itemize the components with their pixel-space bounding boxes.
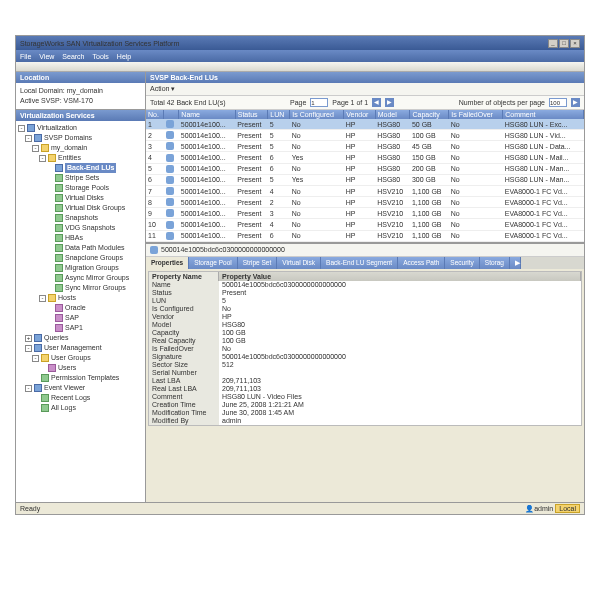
tree-node[interactable]: Virtual Disk Groups bbox=[18, 203, 143, 213]
detail-tab[interactable]: Back-End LU Segment bbox=[321, 257, 398, 269]
tree-node[interactable]: All Logs bbox=[18, 403, 143, 413]
table-row[interactable]: 2500014e100...Present5NoHPHSG80100 GBNoH… bbox=[146, 130, 584, 141]
table-row[interactable]: 5500014e100...Present6NoHPHSG80200 GBNoH… bbox=[146, 163, 584, 174]
page-size-apply[interactable]: ▶ bbox=[571, 98, 580, 107]
tree-node[interactable]: -Hosts bbox=[18, 293, 143, 303]
lun-icon bbox=[166, 209, 174, 217]
menu-view[interactable]: View bbox=[39, 53, 54, 60]
node-icon bbox=[48, 154, 56, 162]
expand-icon[interactable]: + bbox=[25, 335, 32, 342]
tree-node[interactable]: -User Management bbox=[18, 343, 143, 353]
tree-node[interactable]: -SVSP Domains bbox=[18, 133, 143, 143]
tree-node[interactable]: Stripe Sets bbox=[18, 173, 143, 183]
property-row: Signature500014e1005bdc6c030000000000000… bbox=[149, 353, 581, 361]
page-input[interactable] bbox=[310, 98, 328, 107]
lun-icon bbox=[166, 187, 174, 195]
tree-node[interactable]: Snapclone Groups bbox=[18, 253, 143, 263]
menu-search[interactable]: Search bbox=[62, 53, 84, 60]
tree-node[interactable]: Storage Pools bbox=[18, 183, 143, 193]
table-row[interactable]: 8500014e100...Present2NoHPHSV2101,100 GB… bbox=[146, 197, 584, 208]
detail-tab[interactable]: Properties bbox=[146, 257, 189, 269]
menu-help[interactable]: Help bbox=[117, 53, 131, 60]
menu-tools[interactable]: Tools bbox=[93, 53, 109, 60]
minimize-button[interactable]: _ bbox=[548, 39, 558, 48]
detail-tab[interactable]: Access Path bbox=[398, 257, 445, 269]
node-icon bbox=[55, 284, 63, 292]
node-icon bbox=[55, 174, 63, 182]
detail-tab[interactable]: Security bbox=[445, 257, 479, 269]
tree-node[interactable]: VDG Snapshots bbox=[18, 223, 143, 233]
tree-node[interactable]: Oracle bbox=[18, 303, 143, 313]
detail-pane: 500014e1005bdc6c0300000000000000 Propert… bbox=[146, 243, 584, 502]
tree-node[interactable]: SAP1 bbox=[18, 323, 143, 333]
col-header[interactable]: Comment bbox=[503, 110, 584, 119]
page-size-input[interactable] bbox=[549, 98, 567, 107]
app-window: StorageWorks SAN Virtualization Services… bbox=[15, 35, 585, 515]
table-row[interactable]: 9500014e100...Present3NoHPHSV2101,100 GB… bbox=[146, 208, 584, 219]
tree-node[interactable]: Back-End LUs bbox=[18, 163, 143, 173]
table-row[interactable]: 10500014e100...Present4NoHPHSV2101,100 G… bbox=[146, 219, 584, 230]
table-row[interactable]: 4500014e100...Present6YesHPHSG80150 GBNo… bbox=[146, 152, 584, 163]
tree-node[interactable]: Async Mirror Groups bbox=[18, 273, 143, 283]
page-next-button[interactable]: ▶ bbox=[385, 98, 394, 107]
property-row: Is ConfiguredNo bbox=[149, 305, 581, 313]
col-header[interactable] bbox=[164, 110, 179, 119]
tree-node[interactable]: -Event Viewer bbox=[18, 383, 143, 393]
tree-node[interactable]: -my_domain bbox=[18, 143, 143, 153]
maximize-button[interactable]: □ bbox=[559, 39, 569, 48]
tree-node[interactable]: -Virtualization bbox=[18, 123, 143, 133]
col-header[interactable]: Name bbox=[179, 110, 235, 119]
col-header[interactable]: Capacity bbox=[410, 110, 449, 119]
tree-node[interactable]: Migration Groups bbox=[18, 263, 143, 273]
tree-node[interactable]: HBAs bbox=[18, 233, 143, 243]
col-header[interactable]: Model bbox=[375, 110, 410, 119]
detail-tab[interactable]: Storage Pool bbox=[189, 257, 238, 269]
node-icon bbox=[55, 274, 63, 282]
close-button[interactable]: × bbox=[570, 39, 580, 48]
table-row[interactable]: 7500014e100...Present4NoHPHSV2101,100 GB… bbox=[146, 185, 584, 196]
lun-icon bbox=[166, 120, 174, 128]
table-row[interactable]: 1500014e100...Present5NoHPHSG8050 GBNoHS… bbox=[146, 119, 584, 130]
col-header[interactable]: Vendor bbox=[344, 110, 375, 119]
expand-icon[interactable]: - bbox=[25, 385, 32, 392]
tree-node[interactable]: Permission Templates bbox=[18, 373, 143, 383]
tree-node[interactable]: Sync Mirror Groups bbox=[18, 283, 143, 293]
col-header[interactable]: LUN bbox=[268, 110, 290, 119]
node-icon bbox=[41, 354, 49, 362]
detail-tabs: PropertiesStorage PoolStripe SetVirtual … bbox=[146, 257, 584, 269]
table-row[interactable]: 11500014e100...Present6NoHPHSV2101,100 G… bbox=[146, 230, 584, 241]
expand-icon[interactable]: - bbox=[39, 155, 46, 162]
tree-node[interactable]: -Entities bbox=[18, 153, 143, 163]
detail-tab[interactable]: Stripe Set bbox=[238, 257, 278, 269]
table-row[interactable]: 3500014e100...Present5NoHPHSG8045 GBNoHS… bbox=[146, 141, 584, 152]
expand-icon[interactable]: - bbox=[18, 125, 25, 132]
expand-icon[interactable]: - bbox=[32, 355, 39, 362]
page-prev-button[interactable]: ◀ bbox=[372, 98, 381, 107]
table-row[interactable]: 6500014e100...Present5YesHPHSG80300 GBNo… bbox=[146, 174, 584, 185]
tree-node[interactable]: SAP bbox=[18, 313, 143, 323]
tree-node[interactable]: -User Groups bbox=[18, 353, 143, 363]
expand-icon[interactable]: - bbox=[25, 345, 32, 352]
left-pane: Location Local Domain: my_domain Active … bbox=[16, 72, 146, 502]
title-bar: StorageWorks SAN Virtualization Services… bbox=[16, 36, 584, 50]
detail-tab[interactable]: Virtual Disk bbox=[277, 257, 321, 269]
tab-scroll-right[interactable]: ▶ bbox=[510, 257, 521, 269]
expand-icon[interactable]: - bbox=[25, 135, 32, 142]
tree-node[interactable]: Recent Logs bbox=[18, 393, 143, 403]
tree-node[interactable]: Snapshots bbox=[18, 213, 143, 223]
action-menu[interactable]: Action ▾ bbox=[150, 85, 175, 92]
tree-node[interactable]: Virtual Disks bbox=[18, 193, 143, 203]
expand-icon[interactable]: - bbox=[32, 145, 39, 152]
col-header[interactable]: Is FailedOver bbox=[449, 110, 503, 119]
status-bar: Ready 👤 admin Local bbox=[16, 502, 584, 514]
tree-node[interactable]: +Queries bbox=[18, 333, 143, 343]
col-header[interactable]: Is Configured bbox=[290, 110, 344, 119]
menu-file[interactable]: File bbox=[20, 53, 31, 60]
col-header[interactable]: No. bbox=[146, 110, 164, 119]
detail-tab[interactable]: Storag bbox=[480, 257, 510, 269]
tree-node[interactable]: Data Path Modules bbox=[18, 243, 143, 253]
expand-icon[interactable]: - bbox=[39, 295, 46, 302]
nav-tree[interactable]: -Virtualization-SVSP Domains-my_domain-E… bbox=[16, 121, 145, 502]
tree-node[interactable]: Users bbox=[18, 363, 143, 373]
col-header[interactable]: Status bbox=[235, 110, 268, 119]
